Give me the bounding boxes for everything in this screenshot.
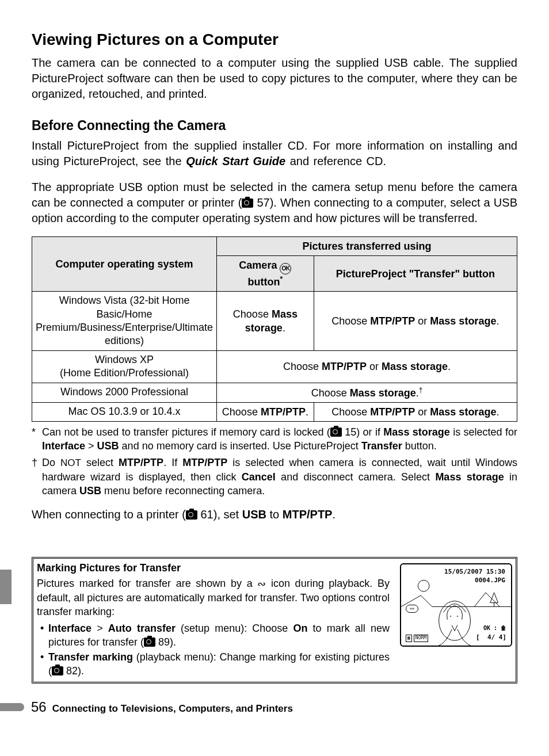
text: USB (242, 508, 266, 521)
text: and disconnect camera. Select (276, 471, 436, 483)
svg-point-4 (450, 616, 451, 617)
camera-button-cell: Choose MTP/PTP. (217, 402, 314, 421)
text: . (332, 508, 336, 521)
text: Mass storage (383, 426, 449, 438)
text: Cancel (242, 471, 276, 483)
text: . (496, 315, 499, 327)
text: is selected for (450, 426, 517, 438)
printer-line: When connecting to a printer ( 61), set … (32, 507, 517, 522)
col-header-span: Pictures transferred using (217, 236, 517, 255)
main-heading: Viewing Pictures on a Computer (32, 29, 517, 51)
text: or (415, 315, 430, 327)
text: . (496, 406, 499, 418)
text: On (293, 623, 307, 634)
text: (setup menu): Choose (176, 623, 293, 634)
text: MTP/PTP (370, 406, 415, 418)
text: Camera (239, 259, 280, 271)
text: Choose (283, 361, 322, 372)
merged-cell: Choose Mass storage.† (217, 383, 517, 402)
col-header-os: Computer operating system (32, 236, 217, 291)
marking-pictures-infobox: Marking Pictures for Transfer Pictures m… (32, 557, 517, 683)
text: USB (79, 485, 101, 497)
col-header-camera: Camera button* (217, 256, 314, 292)
before-paragraph: Install PictureProject from the supplied… (32, 138, 517, 169)
camera-icon (186, 510, 197, 520)
text: Mass storage (430, 406, 496, 418)
col-header-pictureproject: PictureProject "Transfer" button (314, 256, 517, 292)
text: Auto transfer (108, 623, 176, 634)
text: . (448, 361, 451, 372)
text: or (367, 361, 382, 372)
text: Mass storage (435, 471, 504, 483)
svg-point-2 (418, 581, 429, 592)
text: MTP/PTP (182, 457, 227, 468)
svg-point-3 (439, 601, 471, 641)
list-item: Transfer marking (playback menu): Change… (37, 650, 390, 678)
text: . (283, 322, 285, 334)
camera-icon (330, 427, 342, 437)
intro-paragraph: The camera can be connected to a compute… (32, 55, 517, 102)
footnote-mark: * (32, 425, 42, 453)
footnote-dagger: † Do not select MTP/PTP. If MTP/PTP is s… (32, 456, 517, 498)
text: Mass storage (350, 387, 416, 399)
table-row: Mac OS 10.3.9 or 10.4.x Choose MTP/PTP. … (32, 402, 517, 421)
text: 82). (63, 665, 84, 677)
lcd-date: 15/05/2007 15:30 (444, 568, 505, 576)
text: 15) or if (342, 426, 384, 438)
table-row: Windows 2000 Professional Choose Mass st… (32, 383, 517, 402)
text: Interface (42, 440, 85, 452)
text: Mass storage (430, 315, 496, 327)
lcd-preview: 15/05/2007 15:30 0004.JPG ∾ OK : 🗑 ▦NORM… (400, 563, 512, 647)
table-row: Windows XP(Home Edition/Professional) Ch… (32, 350, 517, 383)
text: MTP/PTP (322, 361, 367, 372)
infobox-title: Marking Pictures for Transfer (37, 561, 390, 575)
list-item: Interface > Auto transfer (setup menu): … (37, 621, 390, 650)
text: Do (42, 457, 60, 468)
lcd-top-text: 15/05/2007 15:30 0004.JPG (444, 568, 505, 585)
footnote-mark: † (32, 456, 42, 498)
text: button. (402, 440, 437, 452)
text: button (248, 276, 280, 288)
footnotes: * Can not be used to transfer pictures i… (32, 425, 517, 498)
section-tab (0, 570, 12, 604)
pp-button-cell: Choose MTP/PTP or Mass storage. (314, 292, 517, 351)
text: When connecting to a printer ( (32, 508, 186, 521)
lcd-count: [ 4/ 4] (476, 633, 506, 642)
text: not (60, 457, 81, 468)
text: Choose (311, 387, 350, 399)
text: Choose (222, 406, 261, 418)
pp-button-cell: Choose MTP/PTP or Mass storage. (314, 402, 517, 421)
footer-title: Connecting to Televisions, Computers, an… (52, 702, 293, 716)
quick-start-guide: Quick Start Guide (186, 155, 285, 167)
merged-cell: Choose MTP/PTP or Mass storage. (217, 350, 517, 383)
os-cell: Windows 2000 Professional (32, 383, 217, 402)
text: and no memory card is inserted. Use Pict… (119, 440, 361, 452)
text: MTP/PTP (119, 457, 163, 468)
text: MTP/PTP (261, 406, 306, 418)
bullet-list: Interface > Auto transfer (setup menu): … (37, 621, 390, 678)
text: Mass storage (382, 361, 448, 372)
text: Transfer (361, 440, 402, 452)
svg-point-5 (457, 616, 458, 617)
footnote-dagger: † (419, 386, 423, 394)
camera-icon (242, 198, 253, 208)
ok-icon (280, 263, 291, 274)
camera-icon (52, 666, 63, 675)
footer-tab (0, 703, 24, 711)
infobox-text: Pictures marked for transfer are shown b… (37, 576, 390, 678)
page-number: 56 (31, 698, 47, 716)
lcd-bottom-left: ▦NORM (406, 635, 428, 642)
text: MTP/PTP (370, 315, 415, 327)
text: Choose (331, 315, 370, 327)
camera-icon (144, 637, 155, 647)
text: to (266, 508, 283, 521)
text: Transfer marking (48, 651, 133, 663)
lcd-filename: 0004.JPG (444, 576, 505, 585)
text: or (415, 406, 430, 418)
text: and reference CD. (285, 155, 386, 167)
footnote-star: * Can not be used to transfer pictures i… (32, 425, 517, 453)
os-cell: Windows XP(Home Edition/Professional) (32, 350, 217, 383)
text: > (88, 440, 94, 452)
text: Can not be used to transfer pictures if … (42, 426, 330, 438)
os-cell: Windows Vista (32-bit Home Basic/Home Pr… (32, 292, 217, 351)
